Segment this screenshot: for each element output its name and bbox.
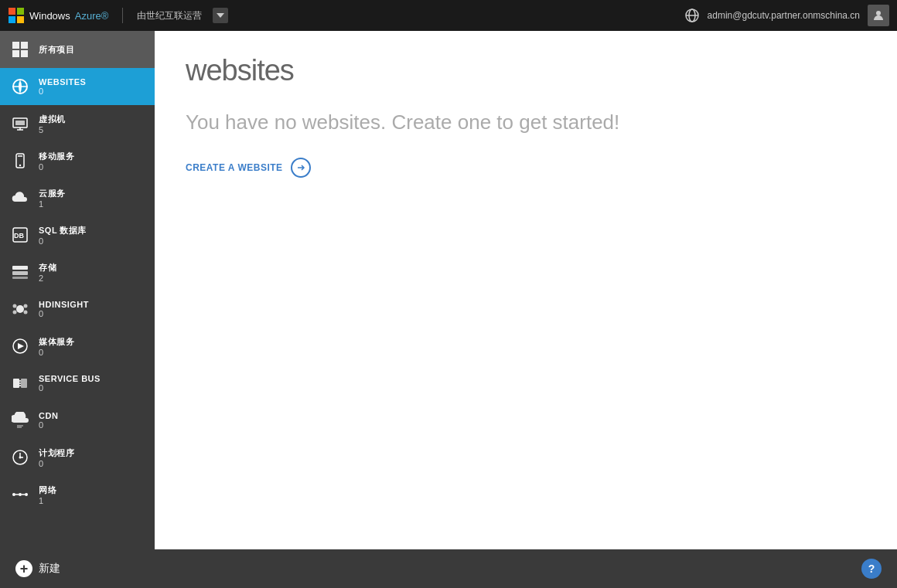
sidebar-storage-label: 存储 xyxy=(39,262,56,274)
svg-point-38 xyxy=(19,457,22,459)
sidebar: 所有项目 WEBSITES 0 xyxy=(0,31,155,549)
sidebar-item-media[interactable]: 媒体服务 0 xyxy=(0,328,155,365)
sidebar-item-hdinsight[interactable]: HDINSIGHT 0 xyxy=(0,291,155,328)
user-avatar xyxy=(868,5,889,26)
svg-rect-1 xyxy=(17,8,24,15)
sidebar-item-storage-text: 存储 2 xyxy=(39,262,56,283)
svg-point-27 xyxy=(13,304,17,308)
sidebar-websites-label: WEBSITES xyxy=(39,77,86,87)
create-website-label: CREATE A WEBSITE xyxy=(186,162,283,173)
svg-rect-23 xyxy=(12,266,28,270)
globe-icon xyxy=(684,8,700,23)
svg-rect-24 xyxy=(12,271,28,275)
svg-rect-11 xyxy=(21,50,28,57)
sidebar-network-count: 1 xyxy=(39,496,56,505)
svg-rect-34 xyxy=(21,379,27,388)
sidebar-network-label: 网络 xyxy=(39,484,56,496)
svg-rect-9 xyxy=(21,42,28,49)
sidebar-item-servicebus[interactable]: SERVICE BUS 0 xyxy=(0,365,155,402)
user-email: admin@gdcutv.partner.onmschina.cn xyxy=(708,10,860,21)
sidebar-item-websites[interactable]: WEBSITES 0 xyxy=(0,68,155,105)
topbar-org: 由世纪互联运营 xyxy=(137,9,202,22)
sidebar-item-cloud[interactable]: 云服务 1 xyxy=(0,179,155,216)
chevron-down-icon xyxy=(217,13,224,18)
sidebar-item-servicebus-text: SERVICE BUS 0 xyxy=(39,374,101,393)
svg-point-29 xyxy=(13,311,17,314)
websites-icon xyxy=(9,76,31,97)
sidebar-vms-count: 5 xyxy=(39,125,66,134)
sidebar-item-scheduler-text: 计划程序 0 xyxy=(39,447,74,468)
sidebar-servicebus-count: 0 xyxy=(39,383,101,393)
sidebar-storage-count: 2 xyxy=(39,274,56,283)
azure-logo: Windows Azure® xyxy=(8,7,108,24)
sidebar-item-all-text: 所有项目 xyxy=(39,44,74,56)
svg-rect-3 xyxy=(17,16,24,23)
topbar-divider xyxy=(122,8,123,23)
help-button[interactable]: ? xyxy=(861,559,882,579)
servicebus-icon xyxy=(9,372,31,394)
sidebar-item-network-text: 网络 1 xyxy=(39,484,56,505)
create-website-arrow xyxy=(291,158,311,178)
svg-text:DB: DB xyxy=(14,232,24,240)
new-button[interactable]: + 新建 xyxy=(15,560,60,577)
svg-point-39 xyxy=(12,493,15,496)
svg-rect-10 xyxy=(12,50,19,57)
logo-text: Windows xyxy=(29,10,70,22)
sidebar-vms-label: 虚拟机 xyxy=(39,114,66,125)
new-label: 新建 xyxy=(39,562,60,576)
sidebar-item-cloud-text: 云服务 1 xyxy=(39,188,66,209)
sidebar-item-network[interactable]: 网络 1 xyxy=(0,476,155,513)
sidebar-scheduler-count: 0 xyxy=(39,459,74,468)
svg-rect-8 xyxy=(12,42,19,49)
topbar-dropdown-button[interactable] xyxy=(213,8,228,23)
sidebar-websites-count: 0 xyxy=(39,87,86,96)
sql-icon: DB xyxy=(9,224,31,246)
bottombar: + 新建 ? xyxy=(0,549,897,588)
scheduler-icon xyxy=(9,447,31,468)
sidebar-item-mobile[interactable]: 移动服务 0 xyxy=(0,142,155,179)
sidebar-item-sql-text: SQL 数据库 0 xyxy=(39,225,87,246)
storage-icon xyxy=(9,261,31,283)
grid-icon xyxy=(9,39,31,60)
sidebar-item-sql[interactable]: DB SQL 数据库 0 xyxy=(0,216,155,253)
sidebar-item-hdinsight-text: HDINSIGHT 0 xyxy=(39,300,89,318)
vm-icon xyxy=(9,113,31,134)
sidebar-item-websites-text: WEBSITES 0 xyxy=(39,77,86,96)
sidebar-item-storage[interactable]: 存储 2 xyxy=(0,253,155,291)
arrow-right-icon xyxy=(296,163,305,172)
svg-point-40 xyxy=(19,493,22,496)
topbar: Windows Azure® 由世纪互联运营 admin@gdcutv.part… xyxy=(0,0,897,31)
sidebar-item-scheduler[interactable]: 计划程序 0 xyxy=(0,439,155,476)
empty-message: You have no websites. Create one to get … xyxy=(186,110,866,134)
sidebar-cloud-label: 云服务 xyxy=(39,188,66,199)
svg-point-19 xyxy=(19,165,21,166)
page-title: websites xyxy=(186,54,866,87)
cloud-icon xyxy=(9,187,31,209)
sidebar-servicebus-label: SERVICE BUS xyxy=(39,374,101,383)
content-area: websites You have no websites. Create on… xyxy=(155,31,897,549)
svg-rect-33 xyxy=(13,379,19,388)
logo-brand: Azure® xyxy=(75,10,109,22)
svg-rect-0 xyxy=(9,8,15,15)
svg-point-26 xyxy=(16,305,24,313)
sidebar-item-media-text: 媒体服务 0 xyxy=(39,336,74,357)
sidebar-mobile-count: 0 xyxy=(39,162,74,172)
sidebar-item-vms[interactable]: 虚拟机 5 xyxy=(0,105,155,142)
cdn-icon xyxy=(9,410,31,431)
sidebar-media-count: 0 xyxy=(39,348,74,357)
topbar-right: admin@gdcutv.partner.onmschina.cn xyxy=(684,5,889,26)
user-icon xyxy=(872,9,885,22)
help-label: ? xyxy=(868,563,875,575)
sidebar-item-cdn[interactable]: CDN 0 xyxy=(0,402,155,439)
svg-marker-32 xyxy=(18,343,24,349)
sidebar-item-cdn-text: CDN 0 xyxy=(39,411,58,430)
mobile-icon xyxy=(9,150,31,172)
windows-logo-icon xyxy=(8,7,25,24)
hdinsight-icon xyxy=(9,298,31,320)
network-icon xyxy=(9,484,31,505)
svg-rect-2 xyxy=(9,16,15,23)
sidebar-hdinsight-count: 0 xyxy=(39,309,89,318)
create-website-link[interactable]: CREATE A WEBSITE xyxy=(186,158,866,178)
sidebar-item-all[interactable]: 所有项目 xyxy=(0,31,155,68)
sidebar-sql-label: SQL 数据库 xyxy=(39,225,87,236)
